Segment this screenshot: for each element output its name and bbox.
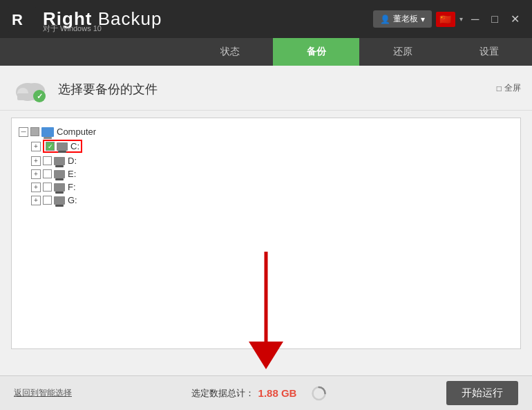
c-highlighted-row: ✓ C: <box>43 140 82 153</box>
f-checkbox[interactable] <box>43 183 52 192</box>
title-bar: R Right Backup 对于 Windows 10 👤 董老板 ▾ 🇨🇳 … <box>0 0 532 38</box>
close-button[interactable]: ✕ <box>506 11 524 27</box>
user-icon: 👤 <box>380 15 390 24</box>
user-name: 董老板 <box>393 13 418 25</box>
tree-root-computer[interactable]: ─ Computer <box>19 125 513 138</box>
f-drive-icon <box>54 183 65 192</box>
e-checkbox[interactable] <box>43 169 52 178</box>
d-drive-icon <box>54 157 65 165</box>
start-button[interactable]: 开始运行 <box>446 381 518 405</box>
c-checkbox[interactable]: ✓ <box>46 142 55 151</box>
flag-dropdown-icon: ▾ <box>459 15 463 23</box>
e-label: E: <box>68 169 76 179</box>
tree-item-g[interactable]: + G: <box>31 194 513 207</box>
f-label: F: <box>68 182 76 192</box>
language-button[interactable]: 🇨🇳 <box>436 12 455 27</box>
user-button[interactable]: 👤 董老板 ▾ <box>373 10 432 28</box>
file-tree[interactable]: ─ Computer + ✓ C: + D: <box>11 118 521 349</box>
tab-settings[interactable]: 设置 <box>446 38 532 66</box>
nav-tabs: 状态 备份 还原 设置 <box>0 38 532 66</box>
computer-checkbox[interactable] <box>30 127 39 136</box>
loading-spinner <box>310 385 327 402</box>
maximize-button[interactable]: □ <box>487 12 502 27</box>
d-label: D: <box>68 156 77 166</box>
f-expand-icon[interactable]: + <box>31 183 41 192</box>
minimize-button[interactable]: ─ <box>467 12 483 27</box>
back-link[interactable]: 返回到智能选择 <box>14 387 72 399</box>
tab-backup[interactable]: 备份 <box>273 38 359 66</box>
d-checkbox[interactable] <box>43 156 52 165</box>
d-expand-icon[interactable]: + <box>31 156 41 166</box>
g-label: G: <box>68 195 77 205</box>
tab-restore[interactable]: 还原 <box>359 38 446 66</box>
total-value: 1.88 GB <box>258 387 297 399</box>
fullscreen-icon: □ <box>497 83 502 93</box>
title-bar-controls: 👤 董老板 ▾ 🇨🇳 ▾ ─ □ ✕ <box>373 10 524 28</box>
app-logo-icon: R <box>8 6 36 33</box>
tree-item-c[interactable]: + ✓ C: <box>31 138 513 154</box>
e-expand-icon[interactable]: + <box>31 169 41 179</box>
flag-icon: 🇨🇳 <box>439 14 451 25</box>
tab-status[interactable]: 状态 <box>187 38 273 66</box>
c-drive-icon <box>57 142 68 151</box>
page-header: ✓ 选择要备份的文件 □ 全屏 <box>0 66 532 111</box>
computer-icon <box>41 127 54 137</box>
total-label: 选定数据总计： <box>191 387 254 400</box>
tree-item-f[interactable]: + F: <box>31 180 513 194</box>
main-content: ✓ 选择要备份的文件 □ 全屏 ─ Computer + ✓ C: <box>0 66 532 375</box>
g-checkbox[interactable] <box>43 196 52 205</box>
tree-item-d[interactable]: + D: <box>31 154 513 167</box>
c-expand-icon[interactable]: + <box>31 142 41 151</box>
dropdown-icon: ▾ <box>421 15 425 24</box>
tree-children: + ✓ C: + D: + E: <box>19 138 513 207</box>
svg-text:R: R <box>12 11 23 28</box>
page-title: 选择要备份的文件 <box>58 81 158 97</box>
total-section: 选定数据总计： 1.88 GB <box>191 385 341 402</box>
tree-item-e[interactable]: + E: <box>31 167 513 180</box>
app-subtitle: 对于 Windows 10 <box>43 24 102 34</box>
footer: 返回到智能选择 选定数据总计： 1.88 GB 开始运行 <box>0 375 532 410</box>
svg-text:✓: ✓ <box>37 92 43 100</box>
c-label: C: <box>70 141 79 151</box>
fullscreen-button[interactable]: □ 全屏 <box>497 82 521 94</box>
computer-label: Computer <box>57 127 96 137</box>
g-expand-icon[interactable]: + <box>31 196 41 205</box>
e-drive-icon <box>54 170 65 178</box>
expand-icon[interactable]: ─ <box>19 127 28 137</box>
cloud-icon: ✓ <box>14 75 48 103</box>
g-drive-icon <box>54 196 65 205</box>
